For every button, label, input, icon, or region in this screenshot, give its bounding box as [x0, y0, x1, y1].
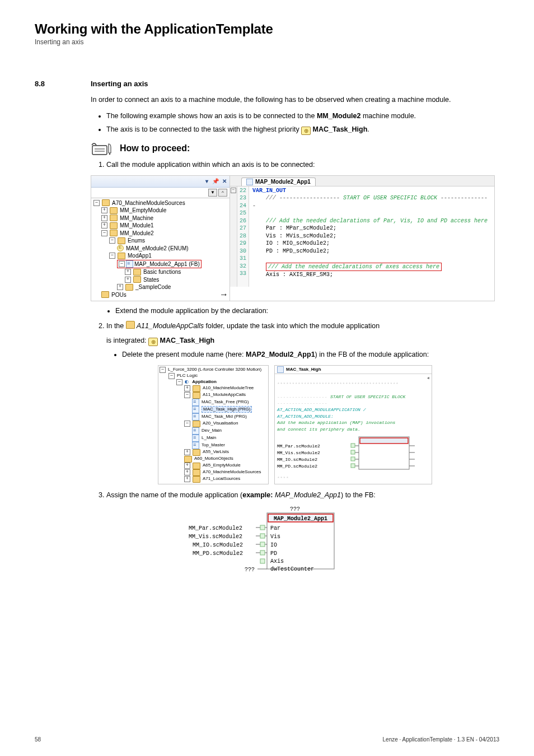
step-1: Call the module application within which… — [106, 160, 499, 170]
collapse-icon[interactable]: − — [101, 230, 107, 236]
expand-icon[interactable]: + — [101, 215, 107, 221]
proceed-icon — [91, 141, 115, 156]
tree-a70b[interactable]: A70_MachineModuleSources — [203, 469, 261, 475]
expand-icon[interactable]: + — [101, 222, 107, 228]
tree-a71[interactable]: A71_LocalSources — [203, 476, 240, 482]
dropdown-arrow-icon[interactable]: ▼ — [208, 189, 217, 197]
dash-r: ----------------- — [277, 400, 429, 407]
step-2-delete: Delete the present module name (here: MA… — [122, 349, 499, 360]
folder-icon — [125, 284, 133, 291]
close-icon[interactable]: ✕ — [222, 179, 227, 184]
expand-icon[interactable]: + — [101, 207, 107, 213]
section-title: Inserting an axis — [91, 80, 148, 88]
tree-enum-item[interactable]: MAM_eModule2 (ENUM) — [126, 245, 189, 253]
step-3: Assign the name of the module applicatio… — [106, 490, 499, 501]
tree-module2[interactable]: MM_Module2 — [120, 230, 154, 237]
code-io: IO : MIO_scModule2; — [266, 240, 330, 246]
screenshot-task-high: −L_Force_3200 (L-force Controller 3200 M… — [158, 365, 432, 484]
editor-tab-label: MAP_Module2_App1 — [255, 179, 311, 185]
dash-l: ----------------- — [277, 394, 327, 399]
tree-a65[interactable]: A65_EmptyModule — [203, 463, 241, 469]
tree-states[interactable]: States — [143, 276, 159, 284]
collapse-icon[interactable]: − — [93, 200, 100, 206]
task-code[interactable]: ◀ **************************************… — [275, 374, 432, 483]
autohide-icon[interactable]: ▾ — [204, 179, 209, 184]
tree-topmaster[interactable]: Top_Master — [202, 442, 225, 449]
folder-icon — [126, 321, 135, 329]
collapse-icon[interactable]: − — [109, 253, 115, 259]
expand-icon[interactable]: + — [125, 277, 131, 283]
bullet-1: The following example shows how an axis … — [106, 111, 499, 122]
expand-icon[interactable]: + — [125, 269, 131, 275]
bullet-1a: The following example shows how an axis … — [106, 112, 317, 120]
step-1-extend: Extend the module application by the dec… — [115, 306, 499, 316]
tree-a60[interactable]: A60_MotionObjects — [194, 456, 233, 462]
svg-rect-7 — [351, 444, 355, 447]
intro-text: In order to connect an axis to a machine… — [91, 95, 499, 105]
device-tree[interactable]: −L_Force_3200 (L-force Controller 3200 M… — [158, 365, 269, 484]
tree-a55[interactable]: A55_VarLists — [203, 449, 229, 455]
step-2: In the A11_ModuleAppCalls folder, update… — [106, 321, 499, 360]
code-kw-var: VAR_IN_OUT — [252, 188, 286, 194]
code-par: Par : MPar_scModule2; — [266, 225, 336, 231]
tree-empty[interactable]: MM_EmptyModule — [120, 207, 166, 214]
tree-map-fb[interactable]: MAP_Module2_App1 (FB) — [134, 260, 200, 268]
tree-devmain[interactable]: Dev_Main — [202, 428, 222, 434]
tree-a11[interactable]: A11_ModuleAppCalls — [203, 392, 246, 398]
svg-text:MM_PD.scModule2: MM_PD.scModule2 — [277, 464, 317, 469]
fb-icon — [246, 179, 253, 185]
collapse-icon[interactable]: − — [109, 237, 115, 244]
fb-instance-name: ??? — [290, 506, 300, 512]
tree-a70[interactable]: A70_MachineModuleSources — [112, 199, 185, 207]
tree-task-high-selected[interactable]: MAC_Task_High (PRG) — [202, 406, 252, 413]
editor-tab[interactable]: MAP_Module2_App1 — [241, 178, 316, 186]
tree-enums[interactable]: Enums — [128, 237, 145, 245]
tree-task-free[interactable]: MAC_Task_Free (PRG) — [202, 399, 249, 405]
page-subtitle: Inserting an axis — [35, 38, 499, 46]
line-numbers: 222324 252627 282930 313233 — [237, 186, 249, 287]
tree-a20[interactable]: A20_Visualisation — [203, 421, 238, 427]
task-cmt2: and connect its periphery data. — [277, 426, 429, 433]
project-tree[interactable]: −A70_MachineModuleSources +MM_EmptyModul… — [91, 198, 229, 301]
tree-root[interactable]: L_Force_3200 (L-force Controller 3200 Mo… — [168, 367, 261, 373]
bullet-1b: machine module. — [360, 112, 416, 120]
expand-icon[interactable]: + — [117, 284, 123, 290]
tree-basic[interactable]: Basic functions — [143, 268, 181, 276]
task-tab[interactable]: MAC_Task_High — [275, 366, 432, 374]
separator: _ _ _ _ _ _ _ _ _ _ _ _ _ _ _ _ _ _ _ _ … — [35, 59, 499, 68]
code-axes-cmt: /// Add the needed declarations of axes … — [268, 264, 439, 270]
tree-a10[interactable]: A10_MachineModuleTree — [203, 385, 254, 391]
step-3-ex-val: MAP_Module2_App1 — [273, 491, 341, 499]
tree-modapp1[interactable]: ModApp1 — [128, 252, 152, 260]
tree-pous[interactable]: POUs — [111, 291, 127, 299]
tree-lmain[interactable]: L_Main — [202, 435, 216, 441]
port-pd: PD — [270, 550, 277, 557]
fold-gutter[interactable]: − — [230, 186, 237, 287]
collapse-icon[interactable]: − — [119, 261, 125, 267]
task-icon: ⊕ — [148, 338, 158, 346]
tree-plc[interactable]: PLC Logic — [177, 373, 198, 379]
code-axis: Axis : AXIS_REF_SM3; — [266, 272, 333, 278]
tree-machine[interactable]: MM_Machine — [120, 214, 153, 222]
folder-icon — [102, 199, 110, 206]
tree-application[interactable]: Application — [192, 379, 217, 385]
fb-icon — [277, 366, 284, 373]
svg-rect-29 — [260, 542, 265, 547]
folder-icon — [101, 291, 109, 298]
step-2-task: MAC_Task_High — [158, 337, 214, 344]
task-cmt1: Add the module application (MAP) invocat… — [277, 419, 429, 426]
how-to-proceed-label: How to proceed: — [120, 143, 190, 153]
scroll-up-icon[interactable]: ^ — [218, 189, 227, 197]
code-pd: PD : MPD_scModule2; — [266, 248, 330, 254]
pin-icon[interactable]: 📌 — [213, 179, 218, 184]
tree-sample[interactable]: _SampleCode — [135, 283, 171, 291]
fb-in-vis: MM_Vis.scModule2 — [189, 534, 242, 540]
svg-rect-32 — [260, 559, 265, 563]
folder-icon — [110, 230, 118, 236]
bullet-2-task: MAC_Task_High — [311, 125, 367, 133]
tree-module1[interactable]: MM_Module1 — [120, 222, 154, 230]
tree-task-mid[interactable]: MAC_Task_Mid (PRG) — [202, 414, 247, 420]
code-start-cmt: START OF USER SPECIFIC BLOCK — [340, 195, 441, 201]
code-content[interactable]: VAR_IN_OUT /// ------------------ START … — [249, 186, 494, 287]
project-tree-panel: ▾ 📌 ✕ ▼ ^ −A70_MachineModuleSources +MM_… — [91, 176, 230, 301]
